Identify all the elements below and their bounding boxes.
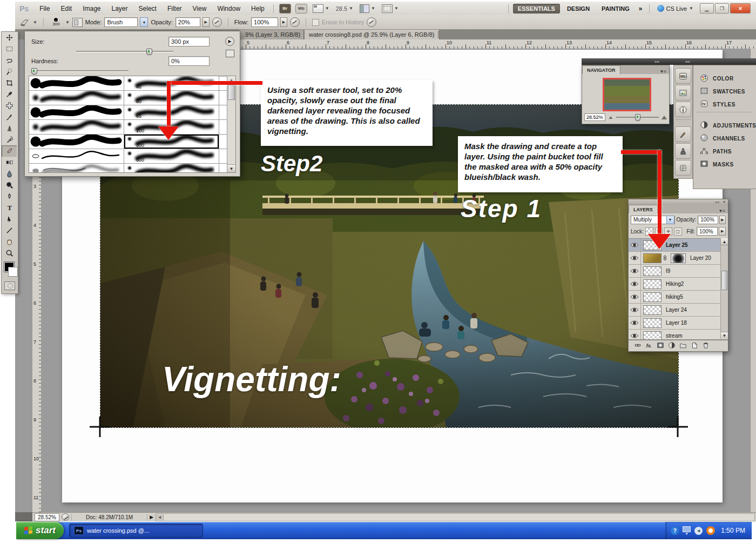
layer-visibility-eye-icon[interactable] <box>629 304 641 316</box>
taskbar-document-button[interactable]: Ps water crossing.psd @... <box>69 524 203 538</box>
panel-menu-icon[interactable]: ▼≡ <box>657 69 669 74</box>
panel-tab-adjustments[interactable]: ADJUSTMENTS <box>693 119 756 132</box>
layer-row[interactable]: Layer 25 <box>629 239 728 252</box>
menu-filter[interactable]: Filter <box>162 3 187 14</box>
layer-name[interactable]: hiking5 <box>666 294 683 300</box>
tablet-opacity-icon[interactable] <box>212 17 222 27</box>
view-extras-button[interactable]: ▼ <box>313 4 329 13</box>
menu-image[interactable]: Image <box>77 3 106 14</box>
history-brush-tool[interactable] <box>2 134 17 145</box>
workspace-overflow-chevron[interactable]: » <box>639 5 643 12</box>
brush-preset[interactable] <box>29 149 124 163</box>
clone-source-panel-button[interactable] <box>675 143 691 159</box>
minimize-button[interactable]: ▁ <box>700 3 714 14</box>
panel-tab-color[interactable]: COLOR <box>693 72 756 85</box>
crop-tool[interactable] <box>2 77 17 89</box>
horizontal-scrollbar[interactable]: ◄ <box>156 513 755 521</box>
marquee-tool[interactable] <box>2 43 17 55</box>
line-tool[interactable] <box>2 225 17 236</box>
mini-bridge-icon[interactable]: Mb <box>295 4 307 14</box>
crop-corner-mark[interactable] <box>90 417 110 437</box>
menu-layer[interactable]: Layer <box>106 3 133 14</box>
panel-tab-swatches[interactable]: SWATCHES <box>693 85 756 98</box>
bridge-icon[interactable]: Br <box>279 4 291 14</box>
brush-list-scrollbar[interactable]: ▲ ▼ <box>227 76 235 172</box>
brush-preset[interactable] <box>29 135 124 149</box>
mode-select-arrow[interactable]: ▼ <box>140 17 148 27</box>
layer-visibility-eye-icon[interactable] <box>629 317 641 329</box>
tool-preset-arrow[interactable]: ▼ <box>33 20 37 25</box>
layer-name[interactable]: Layer 24 <box>666 307 687 313</box>
zoom-level-control[interactable]: 28.5▼ <box>336 5 353 12</box>
blur-tool[interactable] <box>2 168 17 179</box>
start-button[interactable]: start <box>16 522 64 539</box>
path-selection-tool[interactable] <box>2 213 17 225</box>
new-group-button[interactable] <box>679 341 687 350</box>
mode-select[interactable]: Brush <box>104 17 138 27</box>
layer-thumbnail[interactable] <box>643 253 662 263</box>
size-field[interactable]: 300 px <box>168 37 210 46</box>
info-panel-button[interactable] <box>675 102 691 117</box>
new-adjustment-button[interactable] <box>668 341 676 350</box>
airbrush-icon[interactable] <box>290 17 300 27</box>
quick-mask-button[interactable] <box>4 281 15 290</box>
menu-edit[interactable]: Edit <box>55 3 77 14</box>
tab-close-icon[interactable]: ✕ <box>438 31 440 38</box>
layer-thumbnail[interactable] <box>643 331 662 340</box>
flow-field[interactable]: 100% <box>251 17 278 27</box>
tablet-size-icon[interactable] <box>367 17 376 27</box>
toggle-brush-panel-icon[interactable] <box>72 18 83 27</box>
panel-tab-paths[interactable]: PATHS <box>693 145 756 158</box>
brush-picker-arrow[interactable]: ▼ <box>65 20 70 25</box>
dodge-tool[interactable] <box>2 179 17 191</box>
navigator-thumbnail[interactable] <box>603 78 651 111</box>
layers-scrollbar[interactable]: ▲ ▼ <box>720 238 728 339</box>
layer-name[interactable]: Hiking2 <box>666 281 684 287</box>
layer-name[interactable]: I9 <box>666 268 670 274</box>
panel-tab-masks[interactable]: MASKS <box>693 158 756 171</box>
collapse-icon[interactable]: «« <box>715 200 719 204</box>
move-tool[interactable] <box>2 32 17 43</box>
orange-tray-icon[interactable] <box>706 526 715 535</box>
zoom-out-icon[interactable] <box>609 116 612 119</box>
panel-tab-channels[interactable]: CHANNELS <box>693 132 756 145</box>
flow-spinner[interactable]: ▶ <box>280 17 287 27</box>
add-mask-button[interactable] <box>657 341 664 350</box>
brush-preset[interactable]: 65 <box>124 105 219 119</box>
opacity-spinner[interactable]: ▶ <box>202 17 210 27</box>
workspace-painting[interactable]: PAINTING <box>597 4 634 14</box>
menu-window[interactable]: Window <box>212 3 246 14</box>
layer-visibility-eye-icon[interactable] <box>629 330 641 340</box>
layer-thumbnail[interactable] <box>643 318 662 328</box>
navigator-zoom-field[interactable]: 28.52% <box>584 113 605 121</box>
layer-visibility-eye-icon[interactable] <box>629 265 641 277</box>
menu-help[interactable]: Help <box>246 3 270 14</box>
layer-row[interactable]: hiking5 <box>629 291 728 304</box>
workspace-design[interactable]: DESIGN <box>562 4 595 14</box>
pen-tool[interactable] <box>2 191 17 202</box>
brush-preset[interactable]: 500 <box>124 149 219 163</box>
zoom-in-icon[interactable] <box>662 116 667 119</box>
layer-thumbnail[interactable] <box>643 279 662 289</box>
layers-tab[interactable]: LAYERS <box>629 205 658 213</box>
layer-fill-field[interactable]: 100% <box>697 227 718 236</box>
mini-bridge-panel-button[interactable]: Mb <box>675 68 691 84</box>
dock-collapse-bar[interactable]: «« »» <box>582 58 756 65</box>
status-options-arrow[interactable]: ▶ <box>150 514 153 520</box>
layer-name[interactable]: stream <box>666 333 683 339</box>
eyedropper-tool[interactable] <box>2 89 17 100</box>
layer-row[interactable]: Layer 20 <box>629 252 728 265</box>
scroll-up-arrow[interactable]: ▲ <box>721 238 728 245</box>
layer-opacity-spinner[interactable]: ▶ <box>719 216 726 224</box>
healing-brush-tool[interactable] <box>2 100 17 111</box>
brush-preset[interactable] <box>29 164 124 173</box>
layer-style-button[interactable]: fx. <box>645 341 653 350</box>
navigator-zoom-slider[interactable] <box>616 117 659 118</box>
layer-row[interactable]: Layer 24 <box>629 304 728 317</box>
layer-name[interactable]: Layer 20 <box>690 255 711 261</box>
type-tool[interactable]: T <box>2 202 17 213</box>
layer-mask-thumbnail[interactable] <box>671 253 686 263</box>
erase-to-history-checkbox[interactable] <box>312 19 319 26</box>
close-button[interactable]: ✕ <box>730 3 751 14</box>
eraser-tool-icon[interactable] <box>18 18 30 26</box>
